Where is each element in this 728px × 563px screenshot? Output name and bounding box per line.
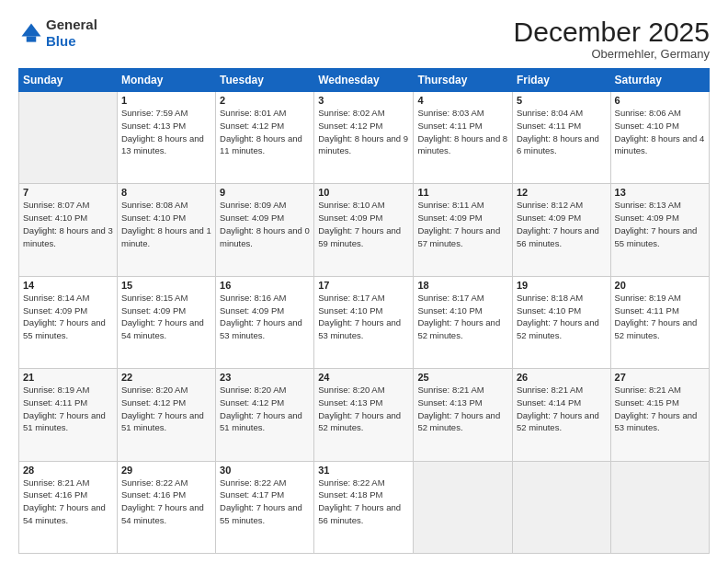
day-number: 18 bbox=[417, 280, 508, 291]
logo-general: General bbox=[46, 17, 97, 32]
sunset: Sunset: 4:18 PM bbox=[318, 489, 382, 500]
daylight: Daylight: 7 hours and 57 minutes. bbox=[417, 225, 500, 248]
logo-icon bbox=[18, 20, 44, 46]
table-row: 5Sunrise: 8:04 AMSunset: 4:11 PMDaylight… bbox=[512, 92, 610, 184]
table-row: 18Sunrise: 8:17 AMSunset: 4:10 PMDayligh… bbox=[414, 276, 513, 368]
day-info: Sunrise: 7:59 AMSunset: 4:13 PMDaylight:… bbox=[121, 107, 211, 157]
day-info: Sunrise: 8:17 AMSunset: 4:10 PMDaylight:… bbox=[417, 292, 508, 342]
calendar-header-row: Sunday Monday Tuesday Wednesday Thursday… bbox=[19, 69, 710, 92]
daylight: Daylight: 7 hours and 52 minutes. bbox=[417, 410, 500, 433]
col-tuesday: Tuesday bbox=[216, 69, 314, 92]
table-row: 7Sunrise: 8:07 AMSunset: 4:10 PMDaylight… bbox=[19, 184, 118, 276]
sunrise: Sunrise: 7:59 AM bbox=[121, 108, 188, 118]
sunrise: Sunrise: 8:08 AM bbox=[121, 200, 188, 210]
daylight: Daylight: 8 hours and 8 minutes. bbox=[417, 133, 507, 156]
daylight: Daylight: 8 hours and 3 minutes. bbox=[23, 225, 113, 248]
day-info: Sunrise: 8:08 AMSunset: 4:10 PMDaylight:… bbox=[121, 199, 211, 249]
logo: General Blue bbox=[18, 17, 97, 50]
table-row bbox=[512, 461, 610, 553]
table-row: 23Sunrise: 8:20 AMSunset: 4:12 PMDayligh… bbox=[216, 369, 314, 461]
sunset: Sunset: 4:12 PM bbox=[318, 121, 382, 131]
table-row bbox=[19, 92, 118, 184]
day-number: 19 bbox=[517, 280, 607, 291]
daylight: Daylight: 7 hours and 52 minutes. bbox=[318, 410, 401, 433]
sunrise: Sunrise: 8:15 AM bbox=[121, 293, 188, 303]
table-row: 29Sunrise: 8:22 AMSunset: 4:16 PMDayligh… bbox=[117, 461, 215, 553]
sunset: Sunset: 4:10 PM bbox=[121, 213, 186, 223]
calendar-week-row: 21Sunrise: 8:19 AMSunset: 4:11 PMDayligh… bbox=[19, 369, 710, 461]
table-row: 26Sunrise: 8:21 AMSunset: 4:14 PMDayligh… bbox=[512, 369, 610, 461]
daylight: Daylight: 8 hours and 0 minutes. bbox=[220, 225, 310, 248]
day-info: Sunrise: 8:11 AMSunset: 4:09 PMDaylight:… bbox=[417, 199, 508, 249]
day-number: 23 bbox=[220, 372, 310, 383]
day-number: 25 bbox=[417, 372, 508, 383]
sunset: Sunset: 4:09 PM bbox=[121, 305, 186, 316]
col-sunday: Sunday bbox=[19, 69, 118, 92]
table-row: 20Sunrise: 8:19 AMSunset: 4:11 PMDayligh… bbox=[610, 276, 709, 368]
sunset: Sunset: 4:13 PM bbox=[121, 121, 186, 131]
day-number: 26 bbox=[517, 372, 607, 383]
daylight: Daylight: 7 hours and 56 minutes. bbox=[517, 225, 599, 248]
daylight: Daylight: 7 hours and 52 minutes. bbox=[517, 410, 599, 433]
day-number: 22 bbox=[121, 372, 211, 383]
day-info: Sunrise: 8:20 AMSunset: 4:12 PMDaylight:… bbox=[121, 384, 211, 434]
table-row: 22Sunrise: 8:20 AMSunset: 4:12 PMDayligh… bbox=[117, 369, 215, 461]
table-row: 3Sunrise: 8:02 AMSunset: 4:12 PMDaylight… bbox=[314, 92, 414, 184]
day-number: 24 bbox=[318, 372, 409, 383]
sunrise: Sunrise: 8:21 AM bbox=[517, 385, 583, 395]
day-number: 9 bbox=[220, 187, 310, 198]
day-info: Sunrise: 8:22 AMSunset: 4:16 PMDaylight:… bbox=[121, 477, 211, 527]
col-monday: Monday bbox=[117, 69, 215, 92]
sunrise: Sunrise: 8:01 AM bbox=[220, 108, 286, 118]
sunrise: Sunrise: 8:13 AM bbox=[615, 200, 681, 210]
daylight: Daylight: 7 hours and 53 minutes. bbox=[615, 410, 698, 433]
sunrise: Sunrise: 8:20 AM bbox=[318, 385, 384, 395]
table-row: 27Sunrise: 8:21 AMSunset: 4:15 PMDayligh… bbox=[610, 369, 709, 461]
sunrise: Sunrise: 8:07 AM bbox=[23, 200, 89, 210]
sunset: Sunset: 4:13 PM bbox=[417, 397, 482, 408]
sunrise: Sunrise: 8:18 AM bbox=[517, 293, 583, 303]
day-number: 7 bbox=[23, 187, 113, 198]
sunset: Sunset: 4:12 PM bbox=[220, 121, 284, 131]
sunrise: Sunrise: 8:19 AM bbox=[615, 293, 681, 303]
sunset: Sunset: 4:09 PM bbox=[23, 305, 87, 316]
day-info: Sunrise: 8:22 AMSunset: 4:18 PMDaylight:… bbox=[318, 477, 409, 527]
table-row: 6Sunrise: 8:06 AMSunset: 4:10 PMDaylight… bbox=[610, 92, 709, 184]
sunrise: Sunrise: 8:11 AM bbox=[417, 200, 483, 210]
sunrise: Sunrise: 8:22 AM bbox=[220, 477, 286, 488]
table-row: 16Sunrise: 8:16 AMSunset: 4:09 PMDayligh… bbox=[216, 276, 314, 368]
svg-rect-1 bbox=[27, 37, 37, 42]
table-row: 14Sunrise: 8:14 AMSunset: 4:09 PMDayligh… bbox=[19, 276, 118, 368]
daylight: Daylight: 8 hours and 9 minutes. bbox=[318, 133, 408, 156]
day-number: 29 bbox=[121, 465, 211, 476]
table-row: 13Sunrise: 8:13 AMSunset: 4:09 PMDayligh… bbox=[610, 184, 709, 276]
daylight: Daylight: 7 hours and 54 minutes. bbox=[23, 502, 106, 525]
daylight: Daylight: 7 hours and 59 minutes. bbox=[318, 225, 401, 248]
day-number: 2 bbox=[220, 95, 310, 106]
daylight: Daylight: 7 hours and 53 minutes. bbox=[220, 317, 302, 340]
table-row bbox=[414, 461, 513, 553]
sunrise: Sunrise: 8:19 AM bbox=[23, 385, 89, 395]
day-number: 8 bbox=[121, 187, 211, 198]
sunrise: Sunrise: 8:20 AM bbox=[220, 385, 286, 395]
logo-blue: Blue bbox=[46, 33, 76, 49]
table-row: 10Sunrise: 8:10 AMSunset: 4:09 PMDayligh… bbox=[314, 184, 414, 276]
daylight: Daylight: 7 hours and 55 minutes. bbox=[615, 225, 698, 248]
daylight: Daylight: 7 hours and 51 minutes. bbox=[23, 410, 106, 433]
day-info: Sunrise: 8:12 AMSunset: 4:09 PMDaylight:… bbox=[517, 199, 607, 249]
day-info: Sunrise: 8:09 AMSunset: 4:09 PMDaylight:… bbox=[220, 199, 310, 249]
day-info: Sunrise: 8:21 AMSunset: 4:15 PMDaylight:… bbox=[615, 384, 705, 434]
sunset: Sunset: 4:17 PM bbox=[220, 489, 284, 500]
day-number: 31 bbox=[318, 465, 409, 476]
title-block: December 2025 Obermehler, Germany bbox=[514, 17, 710, 61]
sunrise: Sunrise: 8:12 AM bbox=[517, 200, 583, 210]
day-number: 30 bbox=[220, 465, 310, 476]
daylight: Daylight: 7 hours and 55 minutes. bbox=[220, 502, 302, 525]
day-info: Sunrise: 8:18 AMSunset: 4:10 PMDaylight:… bbox=[517, 292, 607, 342]
day-number: 20 bbox=[615, 280, 705, 291]
sunrise: Sunrise: 8:04 AM bbox=[517, 108, 583, 118]
day-info: Sunrise: 8:20 AMSunset: 4:12 PMDaylight:… bbox=[220, 384, 310, 434]
sunset: Sunset: 4:09 PM bbox=[220, 213, 284, 223]
sunset: Sunset: 4:09 PM bbox=[615, 213, 679, 223]
daylight: Daylight: 7 hours and 52 minutes. bbox=[417, 317, 500, 340]
